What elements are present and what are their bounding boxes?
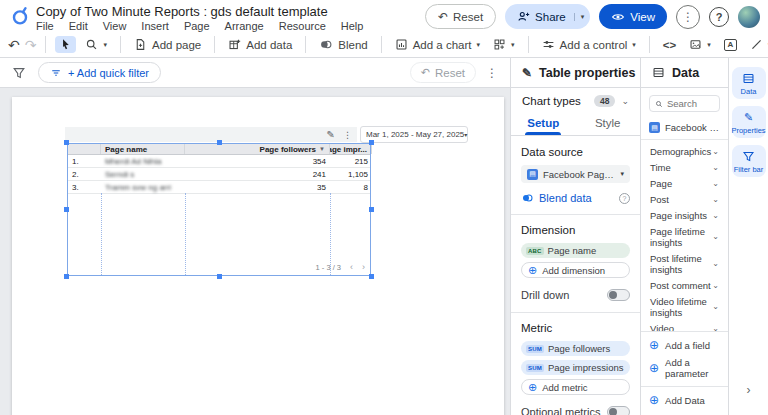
column-guide xyxy=(101,193,102,275)
zoom-tool-button[interactable]: ▾ xyxy=(81,36,111,53)
share-dropdown-icon[interactable]: ▾ xyxy=(574,13,585,21)
add-control-button[interactable]: Add a control ▾ xyxy=(538,36,640,53)
drill-down-toggle[interactable] xyxy=(607,289,630,301)
blend-data-link[interactable]: Blend data xyxy=(539,192,592,204)
rail-tab-data[interactable]: Data xyxy=(732,67,766,99)
filter-list-icon xyxy=(50,67,62,79)
page-title[interactable]: Copy of Two Minute Reports : gds default… xyxy=(36,4,328,19)
blend-icon xyxy=(521,192,534,204)
category-page-lifetime-insights[interactable]: Page lifetime insights⌄ xyxy=(641,223,728,250)
add-image-button[interactable]: ▾ xyxy=(685,36,715,53)
more-options-button[interactable]: ⋮ xyxy=(676,5,700,29)
undo-button[interactable]: ↶ xyxy=(8,38,20,52)
menu-resource[interactable]: Resource xyxy=(279,20,326,32)
chart-more-icon[interactable]: ⋮ xyxy=(343,130,352,140)
add-data-icon xyxy=(228,38,241,51)
optional-metrics-toggle[interactable] xyxy=(607,406,630,415)
resize-handle[interactable] xyxy=(217,274,222,279)
add-line-button[interactable]: ▾ xyxy=(746,36,768,53)
category-time[interactable]: Time⌄ xyxy=(641,159,728,175)
looker-studio-app: Copy of Two Minute Reports : gds default… xyxy=(0,0,768,415)
filter-bar-more-icon[interactable]: ⋮ xyxy=(486,66,498,80)
column-header-page-followers[interactable]: Page followers▼ xyxy=(185,144,330,154)
add-text-button[interactable]: A xyxy=(720,37,741,53)
tab-setup[interactable]: Setup xyxy=(511,112,576,135)
redo-button[interactable]: ↷ xyxy=(25,38,37,52)
resize-handle[interactable] xyxy=(64,274,69,279)
date-range-control[interactable]: Mar 1, 2025 - May 27, 2025 ▾ xyxy=(360,126,468,143)
category-video-lifetime-insights[interactable]: Video lifetime insights⌄ xyxy=(641,293,728,320)
add-quick-filter-button[interactable]: + Add quick filter xyxy=(38,62,161,83)
rail-tab-filter-bar[interactable]: Filter bar xyxy=(732,145,766,177)
help-button[interactable]: ? xyxy=(709,7,729,27)
view-button[interactable]: View xyxy=(599,4,667,29)
menu-help[interactable]: Help xyxy=(341,20,364,32)
column-header-page-name[interactable]: Page name xyxy=(101,144,185,154)
share-button[interactable]: Share ▾ xyxy=(505,4,590,29)
reset-button[interactable]: ↶ Reset xyxy=(425,4,496,29)
add-a-field-button[interactable]: ⊕ Add a field xyxy=(641,336,728,354)
category-post-lifetime-insights[interactable]: Post lifetime insights⌄ xyxy=(641,250,728,277)
dimension-chip-page-name[interactable]: ABC Page name xyxy=(521,243,630,258)
report-page[interactable]: ✎ ⋮ Mar 1, 2025 - May 27, 2025 ▾ Page na… xyxy=(12,97,504,415)
resize-handle[interactable] xyxy=(217,140,222,145)
redacted-page-name: Mherdi Ad Nihla xyxy=(101,155,185,167)
dimension-label: Dimension xyxy=(521,224,630,236)
column-header-page-impressions[interactable]: Page impr... xyxy=(330,144,372,154)
menu-insert[interactable]: Insert xyxy=(141,20,169,32)
search-input[interactable] xyxy=(667,98,714,109)
menu-arrange[interactable]: Arrange xyxy=(225,20,264,32)
resize-handle[interactable] xyxy=(369,207,374,212)
quick-filter-bar: + Add quick filter ↶ Reset ⋮ xyxy=(0,58,510,88)
add-page-button[interactable]: Add page xyxy=(130,36,205,53)
select-tool-button[interactable] xyxy=(55,36,76,53)
add-dimension-button[interactable]: ⊕ Add dimension xyxy=(521,262,630,278)
filter-reset-button[interactable]: ↶ Reset xyxy=(410,62,476,83)
category-page[interactable]: Page⌄ xyxy=(641,175,728,191)
app-header: Copy of Two Minute Reports : gds default… xyxy=(0,0,768,32)
looker-studio-logo-icon[interactable] xyxy=(10,6,30,26)
resize-handle[interactable] xyxy=(64,140,69,145)
data-panel: Data ▤ Facebook Page Insights Demographi… xyxy=(640,58,728,415)
menu-file[interactable]: File xyxy=(36,20,54,32)
metric-chip-page-followers[interactable]: SUM Page followers xyxy=(521,341,630,356)
next-page-icon[interactable]: › xyxy=(362,262,365,272)
help-icon[interactable]: ? xyxy=(619,193,630,204)
plus-circle-icon: ⊕ xyxy=(649,362,659,374)
category-post[interactable]: Post⌄ xyxy=(641,191,728,207)
category-demographics[interactable]: Demographics⌄ xyxy=(641,143,728,159)
menu-edit[interactable]: Edit xyxy=(69,20,88,32)
metric-chip-page-impressions[interactable]: SUM Page impressions xyxy=(521,360,630,375)
avatar[interactable] xyxy=(738,6,760,28)
add-data-button[interactable]: ⊕ Add Data xyxy=(641,386,728,415)
embed-url-button[interactable]: <> xyxy=(659,37,680,53)
category-page-insights[interactable]: Page insights⌄ xyxy=(641,207,728,223)
tab-style[interactable]: Style xyxy=(576,112,641,135)
add-metric-button[interactable]: ⊕ Add metric xyxy=(521,379,630,395)
rail-tab-properties[interactable]: ✎ Properties xyxy=(732,106,766,138)
edit-pencil-icon[interactable]: ✎ xyxy=(327,129,335,140)
field-type-badge: ABC xyxy=(526,247,544,255)
chart-types-row[interactable]: Chart types 48 ⌄ xyxy=(511,88,640,112)
field-search-box[interactable] xyxy=(649,95,720,112)
data-source-item[interactable]: ▤ Facebook Page Insights xyxy=(641,118,728,140)
table-chart[interactable]: Page name Page followers▼ Page impr... 1… xyxy=(67,143,371,276)
data-source-select[interactable]: ▤ Facebook Page Insights ▾ xyxy=(521,165,630,183)
plus-circle-icon: ⊕ xyxy=(649,339,659,351)
community-visualizations-button[interactable]: ▾ xyxy=(489,36,519,53)
prev-page-icon[interactable]: ‹ xyxy=(350,262,353,272)
resize-handle[interactable] xyxy=(369,140,374,145)
blend-button[interactable]: Blend xyxy=(315,36,371,53)
setup-style-tabs: Setup Style xyxy=(511,112,640,136)
menu-view[interactable]: View xyxy=(103,20,127,32)
collapse-panel-icon[interactable]: › xyxy=(729,383,768,397)
resize-handle[interactable] xyxy=(64,207,69,212)
table-row: 3. Tramm svw ng arri 35 8 xyxy=(68,181,370,194)
category-post-comment[interactable]: Post comment⌄ xyxy=(641,277,728,293)
add-chart-button[interactable]: Add a chart ▾ xyxy=(391,36,484,53)
report-canvas[interactable]: ✎ ⋮ Mar 1, 2025 - May 27, 2025 ▾ Page na… xyxy=(0,88,510,415)
menu-page[interactable]: Page xyxy=(184,20,210,32)
add-a-parameter-button[interactable]: ⊕ Add a parameter xyxy=(641,354,728,382)
resize-handle[interactable] xyxy=(369,274,374,279)
add-data-button[interactable]: Add data xyxy=(224,36,296,53)
